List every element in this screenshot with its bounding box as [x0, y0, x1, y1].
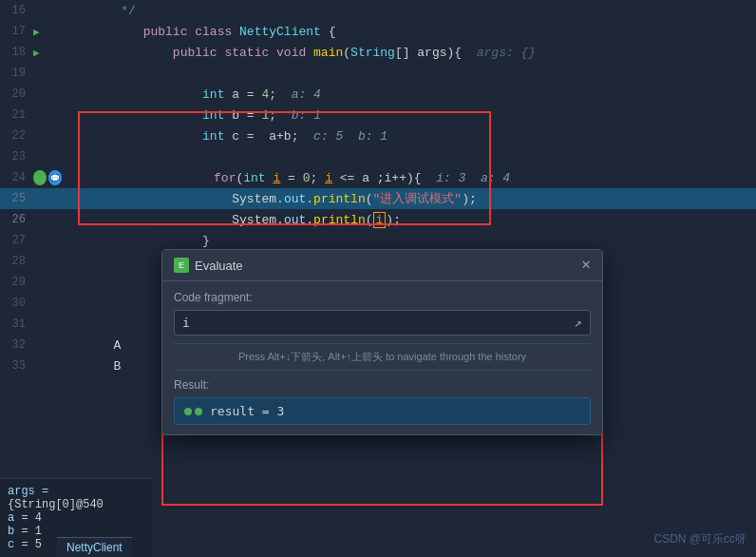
line-arrow-18: ▶ [33, 47, 50, 59]
close-button[interactable]: ✕ [581, 258, 591, 273]
line-number-22: 22 [0, 129, 33, 143]
code-fragment-label: Code fragment: [174, 291, 591, 304]
line-number-24: 24 [0, 171, 33, 184]
file-tab-label: NettyClient [66, 541, 123, 554]
code-line-18: 18 ▶ public static void main(String[] ar… [0, 42, 756, 63]
line-number-18: 18 [0, 46, 33, 59]
result-value: result = 3 [210, 404, 284, 418]
dialog-title-text: Evaluate [195, 259, 243, 273]
code-fragment-input[interactable] [182, 316, 575, 330]
line-number-19: 19 [0, 67, 33, 80]
result-dots [184, 408, 202, 415]
line-number-26: 26 [0, 213, 33, 226]
file-tab[interactable]: NettyClient [57, 537, 132, 557]
var-args: args = {String[0]@540 [8, 485, 144, 511]
dialog-title: E Evaluate [174, 258, 243, 273]
var-a: a = 4 [8, 511, 144, 525]
result-box: result = 3 [174, 397, 591, 425]
watermark: CSDN @可乐cc呀 [653, 531, 747, 547]
result-label: Result: [174, 378, 591, 392]
dialog-header: E Evaluate ✕ [162, 250, 602, 281]
dot-1 [184, 408, 192, 415]
line-number-23: 23 [0, 150, 33, 163]
expand-icon[interactable]: ↗ [575, 315, 582, 331]
code-editor: 16 */ 17 ▶ public class NettyClient { 18… [0, 0, 756, 557]
var-b: b = 1 [8, 525, 144, 538]
evaluate-icon: E [174, 258, 189, 273]
line-number-16: 16 [0, 4, 33, 17]
code-input-row[interactable]: ↗ [174, 310, 591, 336]
breakpoint-green-icon: ✓ [33, 170, 47, 185]
evaluate-dialog: E Evaluate ✕ Code fragment: ↗ Press Alt+… [161, 249, 603, 435]
line-arrow-17: ▶ [33, 26, 50, 38]
line-number-25: 25 [0, 192, 33, 205]
red-highlight-box-2 [161, 428, 603, 506]
line-number-21: 21 [0, 108, 33, 122]
line-number-20: 20 [0, 87, 33, 101]
dot-2 [195, 408, 202, 415]
history-hint: Press Alt+↓下箭头, Alt+↑上箭头 to navigate thr… [174, 343, 591, 371]
line-number-27: 27 [0, 234, 33, 247]
line-number-17: 17 [0, 25, 33, 38]
dialog-body: Code fragment: ↗ Press Alt+↓下箭头, Alt+↑上箭… [162, 281, 602, 434]
code-line-27: 27 } [0, 230, 756, 251]
code-line-22: 22 int c = a+b; c: 5 b: 1 [0, 125, 756, 146]
